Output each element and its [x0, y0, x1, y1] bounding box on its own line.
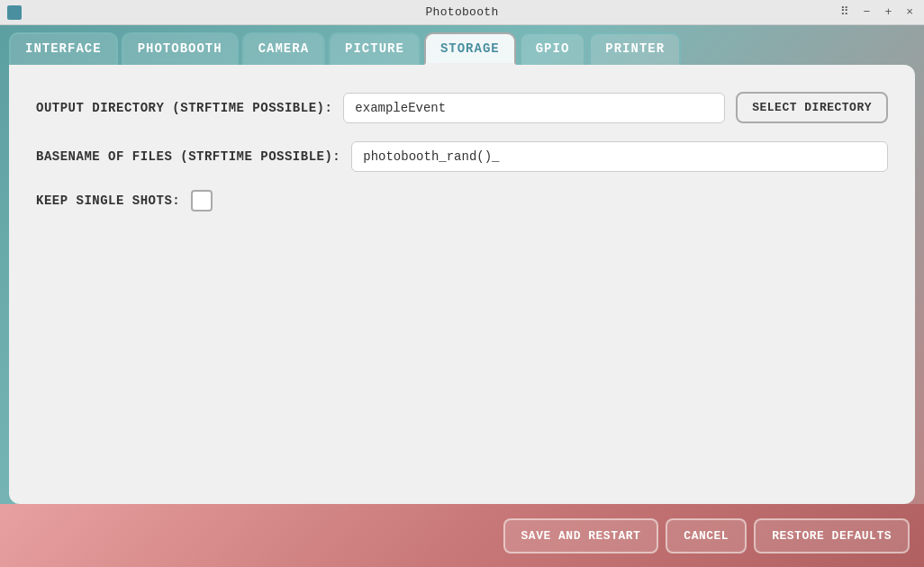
basename-row: Basename of files (strftime possible):	[36, 141, 888, 172]
keep-shots-checkbox[interactable]	[191, 190, 213, 212]
minimize-button[interactable]: −	[860, 4, 874, 20]
tab-photobooth[interactable]: Photobooth	[122, 32, 239, 65]
app-icon	[7, 5, 22, 20]
window-title: Photobooth	[425, 5, 498, 19]
tab-interface[interactable]: Interface	[9, 32, 118, 65]
output-dir-input[interactable]	[343, 93, 725, 123]
titlebar: Photobooth ⠿ − + ×	[0, 0, 924, 25]
output-dir-label: Output directory (strftime possible):	[36, 101, 332, 115]
restore-defaults-button[interactable]: Restore defaults	[754, 518, 910, 554]
keep-shots-row: Keep single shots:	[36, 190, 888, 212]
maximize-button[interactable]: +	[881, 4, 895, 20]
grid-icon[interactable]: ⠿	[837, 4, 853, 20]
tab-bar: Interface Photobooth Camera Picture Stor…	[9, 32, 915, 65]
tab-storage[interactable]: Storage	[424, 32, 516, 65]
output-dir-row: Output directory (strftime possible): Se…	[36, 92, 888, 123]
tab-gpio[interactable]: GPIO	[520, 32, 586, 65]
main-area: Interface Photobooth Camera Picture Stor…	[0, 25, 924, 504]
cancel-button[interactable]: Cancel	[666, 518, 747, 554]
basename-label: Basename of files (strftime possible):	[36, 149, 340, 164]
tab-picture[interactable]: Picture	[329, 32, 421, 65]
close-button[interactable]: ×	[902, 4, 917, 20]
content-panel: Output directory (strftime possible): Se…	[9, 65, 915, 504]
window-controls: ⠿ − + ×	[837, 4, 917, 20]
select-directory-button[interactable]: Select directory	[736, 92, 888, 123]
keep-shots-label: Keep single shots:	[36, 194, 180, 208]
tab-printer[interactable]: Printer	[589, 32, 681, 65]
basename-input[interactable]	[351, 141, 888, 172]
bottom-bar: Save and restart Cancel Restore defaults	[0, 504, 924, 567]
tab-camera[interactable]: Camera	[242, 32, 325, 65]
save-restart-button[interactable]: Save and restart	[503, 518, 659, 554]
